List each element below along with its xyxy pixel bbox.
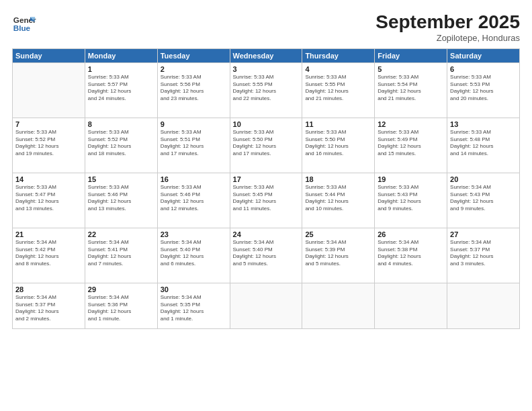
day-number: 27 (450, 230, 517, 238)
calendar-cell: 1Sunrise: 5:33 AM Sunset: 5:57 PM Daylig… (85, 62, 157, 118)
calendar-cell: 9Sunrise: 5:33 AM Sunset: 5:51 PM Daylig… (157, 118, 230, 173)
calendar-cell: 4Sunrise: 5:33 AM Sunset: 5:55 PM Daylig… (302, 62, 375, 118)
logo-icon: General Blue (12, 12, 36, 36)
calendar-cell: 18Sunrise: 5:33 AM Sunset: 5:44 PM Dayli… (302, 173, 375, 228)
calendar-cell: 25Sunrise: 5:34 AM Sunset: 5:39 PM Dayli… (302, 228, 375, 283)
calendar-cell: 10Sunrise: 5:33 AM Sunset: 5:50 PM Dayli… (230, 118, 302, 173)
cell-sun-info: Sunrise: 5:33 AM Sunset: 5:57 PM Dayligh… (88, 74, 154, 103)
day-number: 19 (378, 175, 444, 183)
calendar-cell: 6Sunrise: 5:33 AM Sunset: 5:53 PM Daylig… (447, 62, 520, 118)
calendar-cell: 8Sunrise: 5:33 AM Sunset: 5:52 PM Daylig… (85, 118, 157, 173)
calendar-cell: 22Sunrise: 5:34 AM Sunset: 5:41 PM Dayli… (85, 228, 157, 283)
cell-sun-info: Sunrise: 5:34 AM Sunset: 5:40 PM Dayligh… (161, 239, 227, 268)
cell-sun-info: Sunrise: 5:33 AM Sunset: 5:49 PM Dayligh… (378, 129, 444, 158)
day-number: 7 (15, 120, 82, 128)
calendar-week-row: 14Sunrise: 5:33 AM Sunset: 5:47 PM Dayli… (13, 173, 520, 228)
cell-sun-info: Sunrise: 5:34 AM Sunset: 5:37 PM Dayligh… (15, 294, 82, 323)
calendar-cell (13, 62, 85, 118)
day-number: 12 (378, 120, 444, 128)
calendar-week-row: 21Sunrise: 5:34 AM Sunset: 5:42 PM Dayli… (13, 228, 520, 283)
calendar-cell: 5Sunrise: 5:33 AM Sunset: 5:54 PM Daylig… (375, 62, 447, 118)
calendar-cell: 27Sunrise: 5:34 AM Sunset: 5:37 PM Dayli… (447, 228, 520, 283)
svg-text:Blue: Blue (13, 24, 31, 32)
cell-sun-info: Sunrise: 5:33 AM Sunset: 5:53 PM Dayligh… (450, 74, 517, 103)
calendar-cell: 16Sunrise: 5:33 AM Sunset: 5:46 PM Dayli… (157, 173, 230, 228)
calendar-week-row: 1Sunrise: 5:33 AM Sunset: 5:57 PM Daylig… (13, 62, 520, 118)
calendar-cell: 20Sunrise: 5:34 AM Sunset: 5:43 PM Dayli… (447, 173, 520, 228)
cell-sun-info: Sunrise: 5:33 AM Sunset: 5:55 PM Dayligh… (305, 74, 371, 103)
cell-sun-info: Sunrise: 5:33 AM Sunset: 5:48 PM Dayligh… (450, 129, 517, 158)
cell-sun-info: Sunrise: 5:33 AM Sunset: 5:54 PM Dayligh… (378, 74, 444, 103)
day-number: 1 (88, 65, 154, 73)
calendar-cell: 14Sunrise: 5:33 AM Sunset: 5:47 PM Dayli… (13, 173, 85, 228)
day-number: 10 (233, 120, 300, 128)
calendar-cell: 30Sunrise: 5:34 AM Sunset: 5:35 PM Dayli… (157, 283, 230, 328)
calendar-cell: 26Sunrise: 5:34 AM Sunset: 5:38 PM Dayli… (375, 228, 447, 283)
day-number: 20 (450, 175, 517, 183)
cell-sun-info: Sunrise: 5:34 AM Sunset: 5:42 PM Dayligh… (15, 239, 82, 268)
day-number: 22 (88, 230, 154, 238)
cell-sun-info: Sunrise: 5:34 AM Sunset: 5:38 PM Dayligh… (378, 239, 444, 268)
cell-sun-info: Sunrise: 5:34 AM Sunset: 5:36 PM Dayligh… (88, 294, 154, 323)
calendar-cell: 21Sunrise: 5:34 AM Sunset: 5:42 PM Dayli… (13, 228, 85, 283)
calendar-table: SundayMondayTuesdayWednesdayThursdayFrid… (12, 48, 520, 329)
weekday-header: Thursday (302, 48, 375, 62)
cell-sun-info: Sunrise: 5:33 AM Sunset: 5:47 PM Dayligh… (15, 184, 82, 213)
month-title: September 2025 (375, 12, 520, 33)
calendar-cell (447, 283, 520, 328)
day-number: 28 (15, 285, 82, 293)
day-number: 14 (15, 175, 82, 183)
calendar-cell (302, 283, 375, 328)
day-number: 23 (161, 230, 227, 238)
weekday-header: Sunday (13, 48, 85, 62)
day-number: 6 (450, 65, 517, 73)
title-block: September 2025 Zopilotepe, Honduras (375, 12, 520, 43)
header: General Blue September 2025 Zopilotepe, … (12, 12, 520, 43)
calendar-cell: 17Sunrise: 5:33 AM Sunset: 5:45 PM Dayli… (230, 173, 302, 228)
day-number: 11 (305, 120, 371, 128)
calendar-cell: 29Sunrise: 5:34 AM Sunset: 5:36 PM Dayli… (85, 283, 157, 328)
cell-sun-info: Sunrise: 5:33 AM Sunset: 5:50 PM Dayligh… (305, 129, 371, 158)
calendar-cell: 11Sunrise: 5:33 AM Sunset: 5:50 PM Dayli… (302, 118, 375, 173)
cell-sun-info: Sunrise: 5:33 AM Sunset: 5:52 PM Dayligh… (15, 129, 82, 158)
calendar-week-row: 28Sunrise: 5:34 AM Sunset: 5:37 PM Dayli… (13, 283, 520, 328)
day-number: 9 (161, 120, 227, 128)
weekday-header: Saturday (447, 48, 520, 62)
cell-sun-info: Sunrise: 5:33 AM Sunset: 5:45 PM Dayligh… (233, 184, 300, 213)
day-number: 17 (233, 175, 300, 183)
day-number: 2 (161, 65, 227, 73)
cell-sun-info: Sunrise: 5:33 AM Sunset: 5:56 PM Dayligh… (161, 74, 227, 103)
calendar-cell: 28Sunrise: 5:34 AM Sunset: 5:37 PM Dayli… (13, 283, 85, 328)
calendar-cell: 3Sunrise: 5:33 AM Sunset: 5:55 PM Daylig… (230, 62, 302, 118)
cell-sun-info: Sunrise: 5:33 AM Sunset: 5:55 PM Dayligh… (233, 74, 300, 103)
weekday-header: Friday (375, 48, 447, 62)
day-number: 4 (305, 65, 371, 73)
day-number: 3 (233, 65, 300, 73)
cell-sun-info: Sunrise: 5:33 AM Sunset: 5:52 PM Dayligh… (88, 129, 154, 158)
day-number: 29 (88, 285, 154, 293)
cell-sun-info: Sunrise: 5:34 AM Sunset: 5:37 PM Dayligh… (450, 239, 517, 268)
day-number: 8 (88, 120, 154, 128)
cell-sun-info: Sunrise: 5:34 AM Sunset: 5:41 PM Dayligh… (88, 239, 154, 268)
day-number: 5 (378, 65, 444, 73)
cell-sun-info: Sunrise: 5:34 AM Sunset: 5:43 PM Dayligh… (450, 184, 517, 213)
weekday-header: Monday (85, 48, 157, 62)
cell-sun-info: Sunrise: 5:34 AM Sunset: 5:35 PM Dayligh… (161, 294, 227, 323)
cell-sun-info: Sunrise: 5:34 AM Sunset: 5:39 PM Dayligh… (305, 239, 371, 268)
calendar-cell: 15Sunrise: 5:33 AM Sunset: 5:46 PM Dayli… (85, 173, 157, 228)
day-number: 13 (450, 120, 517, 128)
day-number: 25 (305, 230, 371, 238)
day-number: 16 (161, 175, 227, 183)
cell-sun-info: Sunrise: 5:33 AM Sunset: 5:44 PM Dayligh… (305, 184, 371, 213)
day-number: 26 (378, 230, 444, 238)
logo: General Blue (12, 12, 36, 36)
cell-sun-info: Sunrise: 5:33 AM Sunset: 5:43 PM Dayligh… (378, 184, 444, 213)
calendar-cell (230, 283, 302, 328)
day-number: 30 (161, 285, 227, 293)
calendar-cell: 2Sunrise: 5:33 AM Sunset: 5:56 PM Daylig… (157, 62, 230, 118)
calendar-week-row: 7Sunrise: 5:33 AM Sunset: 5:52 PM Daylig… (13, 118, 520, 173)
cell-sun-info: Sunrise: 5:34 AM Sunset: 5:40 PM Dayligh… (233, 239, 300, 268)
calendar-cell: 12Sunrise: 5:33 AM Sunset: 5:49 PM Dayli… (375, 118, 447, 173)
cell-sun-info: Sunrise: 5:33 AM Sunset: 5:50 PM Dayligh… (233, 129, 300, 158)
calendar-cell: 24Sunrise: 5:34 AM Sunset: 5:40 PM Dayli… (230, 228, 302, 283)
